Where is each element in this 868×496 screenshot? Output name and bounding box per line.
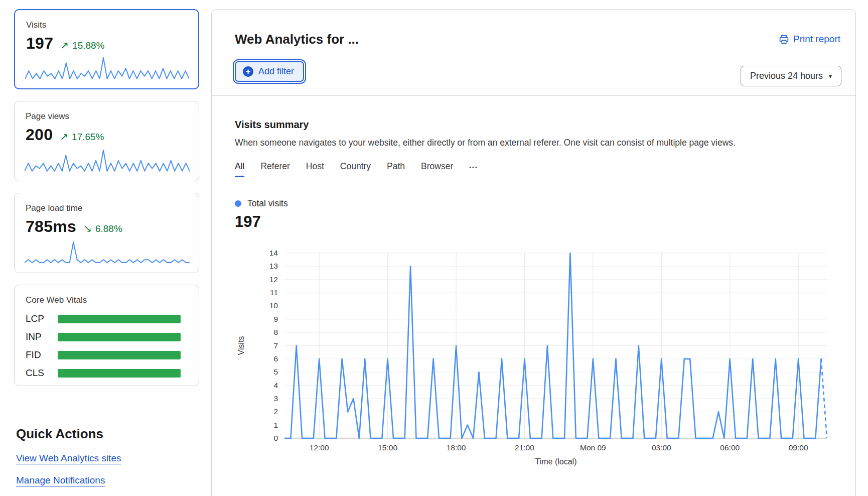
dimension-tabs: All Referer Host Country Path Browser ••…: [235, 161, 832, 177]
cwv-label-inp: INP: [26, 331, 58, 342]
core-web-vitals-card[interactable]: Core Web Vitals LCP INP FID CLS: [14, 285, 199, 386]
svg-text:12: 12: [269, 275, 278, 284]
svg-text:Time (local): Time (local): [535, 457, 577, 466]
page-views-sparkline: [25, 149, 190, 175]
svg-text:06:00: 06:00: [720, 443, 740, 452]
plus-icon: +: [243, 66, 253, 77]
svg-text:13: 13: [269, 262, 278, 270]
svg-text:3: 3: [273, 394, 278, 403]
tab-all[interactable]: All: [235, 161, 244, 177]
page-load-time-trend: ↘ 6.88%: [83, 222, 122, 234]
add-filter-button[interactable]: + Add filter: [235, 61, 304, 82]
visits-chart-container: 0123456789101112131412:0015:0018:0021:00…: [235, 240, 832, 472]
tab-country[interactable]: Country: [340, 161, 371, 177]
cwv-row-lcp: LCP: [26, 313, 188, 324]
svg-text:09:00: 09:00: [789, 443, 808, 452]
chart-legend: Total visits: [235, 198, 832, 209]
web-analytics-panel: Web Analytics for ... Print report + Add…: [211, 9, 856, 496]
visits-chart: 0123456789101112131412:0015:0018:0021:00…: [235, 240, 832, 472]
print-report-label: Print report: [793, 34, 840, 45]
cwv-label-lcp: LCP: [26, 313, 58, 324]
tab-browser[interactable]: Browser: [421, 161, 453, 177]
printer-icon: [779, 34, 789, 45]
svg-text:7: 7: [273, 341, 278, 350]
svg-text:0: 0: [273, 434, 278, 442]
svg-text:15:00: 15:00: [378, 443, 397, 452]
legend-label: Total visits: [247, 198, 288, 209]
metrics-sidebar: Visits 197 ↗ 15.88% Page views 200 ↗ 17.…: [14, 9, 199, 496]
svg-text:14: 14: [269, 249, 278, 257]
svg-text:9: 9: [273, 315, 278, 323]
svg-text:6: 6: [273, 354, 278, 363]
page-load-time-card-title: Page load time: [26, 203, 188, 213]
print-report-link[interactable]: Print report: [779, 34, 840, 45]
web-analytics-page: Visits 197 ↗ 15.88% Page views 200 ↗ 17.…: [0, 0, 868, 496]
page-views-card-value: 200: [26, 126, 53, 144]
section-title: Visits summary: [235, 119, 832, 131]
page-views-card[interactable]: Page views 200 ↗ 17.65%: [14, 101, 199, 181]
svg-text:Mon 09: Mon 09: [580, 443, 606, 452]
svg-text:2: 2: [273, 407, 278, 416]
cwv-bar-fid: [58, 351, 181, 359]
trend-down-icon: ↘: [83, 222, 92, 234]
svg-text:1: 1: [273, 421, 278, 429]
cwv-bar-lcp: [58, 315, 181, 323]
tab-host[interactable]: Host: [306, 161, 324, 177]
page-load-time-card-value: 785ms: [26, 217, 76, 236]
section-description: When someone navigates to your website, …: [235, 138, 832, 148]
svg-text:Visits: Visits: [237, 336, 245, 355]
svg-text:12:00: 12:00: [310, 443, 329, 452]
page-views-trend: ↗ 17.65%: [60, 131, 104, 143]
svg-text:03:00: 03:00: [652, 443, 671, 452]
quick-actions: Quick Actions View Web Analytics sites M…: [14, 426, 199, 496]
cwv-row-fid: FID: [26, 349, 188, 360]
visits-card-value: 197: [26, 34, 53, 53]
page-title: Web Analytics for ...: [235, 32, 359, 47]
visits-card[interactable]: Visits 197 ↗ 15.88%: [14, 9, 199, 89]
cwv-bar-inp: [58, 333, 181, 341]
chevron-down-icon: ▾: [829, 73, 832, 80]
panel-header: Web Analytics for ... Print report + Add…: [212, 10, 855, 96]
visits-trend: ↗ 15.88%: [60, 39, 104, 51]
visits-card-title: Visits: [26, 20, 187, 30]
time-range-dropdown[interactable]: Previous 24 hours ▾: [741, 66, 841, 86]
cwv-label-fid: FID: [26, 349, 58, 360]
visits-sparkline: [25, 56, 189, 82]
svg-text:10: 10: [269, 301, 278, 310]
core-web-vitals-title: Core Web Vitals: [26, 295, 188, 305]
trend-up-icon: ↗: [60, 39, 69, 51]
total-visits-value: 197: [235, 213, 832, 231]
cwv-bar-cls: [58, 369, 181, 378]
time-range-value: Previous 24 hours: [750, 71, 823, 81]
cwv-row-inp: INP: [26, 331, 188, 342]
trend-up-icon: ↗: [60, 131, 68, 143]
svg-text:5: 5: [273, 367, 278, 376]
manage-notifications-link[interactable]: Manage Notifications: [16, 475, 105, 486]
legend-dot-icon: [235, 200, 241, 207]
page-load-time-sparkline: [25, 240, 190, 267]
page-views-card-title: Page views: [26, 111, 188, 121]
visits-summary-section: Visits summary When someone navigates to…: [212, 96, 855, 472]
visits-trend-percent: 15.88%: [72, 40, 104, 51]
page-views-trend-percent: 17.65%: [72, 132, 104, 143]
add-filter-label: Add filter: [258, 66, 294, 77]
tab-referer[interactable]: Referer: [260, 161, 290, 177]
view-web-analytics-sites-link[interactable]: View Web Analytics sites: [16, 453, 121, 464]
svg-text:21:00: 21:00: [515, 443, 534, 452]
tab-path[interactable]: Path: [387, 161, 405, 177]
cwv-label-cls: CLS: [26, 367, 58, 379]
page-load-time-card[interactable]: Page load time 785ms ↘ 6.88%: [14, 193, 199, 273]
tabs-overflow-button[interactable]: •••: [469, 164, 478, 174]
cwv-row-cls: CLS: [26, 367, 188, 379]
quick-actions-title: Quick Actions: [16, 426, 199, 442]
svg-text:11: 11: [270, 288, 278, 297]
svg-text:4: 4: [273, 381, 278, 390]
svg-text:18:00: 18:00: [447, 443, 466, 452]
svg-text:8: 8: [273, 328, 278, 336]
page-load-time-trend-percent: 6.88%: [95, 223, 122, 234]
